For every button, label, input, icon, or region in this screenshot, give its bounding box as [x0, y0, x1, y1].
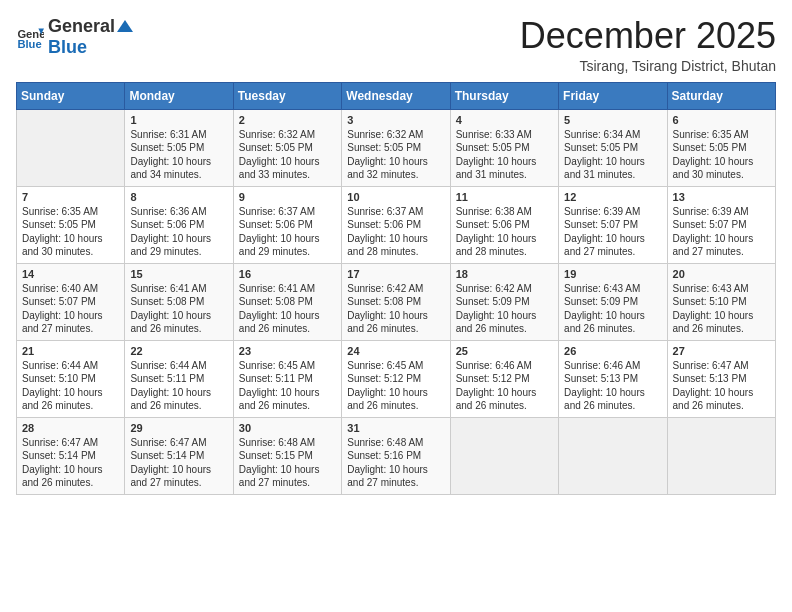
day-number: 11 [456, 191, 553, 203]
day-number: 7 [22, 191, 119, 203]
day-number: 17 [347, 268, 444, 280]
calendar-cell: 29 Sunrise: 6:47 AM Sunset: 5:14 PM Dayl… [125, 417, 233, 494]
calendar-week-row: 7 Sunrise: 6:35 AM Sunset: 5:05 PM Dayli… [17, 186, 776, 263]
calendar-cell: 2 Sunrise: 6:32 AM Sunset: 5:05 PM Dayli… [233, 109, 341, 186]
cell-content: Sunrise: 6:35 AM Sunset: 5:05 PM Dayligh… [22, 205, 119, 259]
calendar-cell: 16 Sunrise: 6:41 AM Sunset: 5:08 PM Dayl… [233, 263, 341, 340]
day-number: 5 [564, 114, 661, 126]
cell-content: Sunrise: 6:38 AM Sunset: 5:06 PM Dayligh… [456, 205, 553, 259]
calendar-cell: 17 Sunrise: 6:42 AM Sunset: 5:08 PM Dayl… [342, 263, 450, 340]
day-number: 12 [564, 191, 661, 203]
cell-content: Sunrise: 6:31 AM Sunset: 5:05 PM Dayligh… [130, 128, 227, 182]
day-number: 28 [22, 422, 119, 434]
cell-content: Sunrise: 6:41 AM Sunset: 5:08 PM Dayligh… [130, 282, 227, 336]
calendar-week-row: 1 Sunrise: 6:31 AM Sunset: 5:05 PM Dayli… [17, 109, 776, 186]
calendar-cell: 31 Sunrise: 6:48 AM Sunset: 5:16 PM Dayl… [342, 417, 450, 494]
calendar-cell: 19 Sunrise: 6:43 AM Sunset: 5:09 PM Dayl… [559, 263, 667, 340]
cell-content: Sunrise: 6:32 AM Sunset: 5:05 PM Dayligh… [347, 128, 444, 182]
cell-content: Sunrise: 6:47 AM Sunset: 5:14 PM Dayligh… [22, 436, 119, 490]
cell-content: Sunrise: 6:45 AM Sunset: 5:11 PM Dayligh… [239, 359, 336, 413]
day-number: 16 [239, 268, 336, 280]
calendar-day-header: Thursday [450, 82, 558, 109]
calendar-cell: 30 Sunrise: 6:48 AM Sunset: 5:15 PM Dayl… [233, 417, 341, 494]
day-number: 8 [130, 191, 227, 203]
day-number: 24 [347, 345, 444, 357]
cell-content: Sunrise: 6:46 AM Sunset: 5:13 PM Dayligh… [564, 359, 661, 413]
calendar-week-row: 14 Sunrise: 6:40 AM Sunset: 5:07 PM Dayl… [17, 263, 776, 340]
calendar-cell: 1 Sunrise: 6:31 AM Sunset: 5:05 PM Dayli… [125, 109, 233, 186]
cell-content: Sunrise: 6:48 AM Sunset: 5:16 PM Dayligh… [347, 436, 444, 490]
day-number: 18 [456, 268, 553, 280]
day-number: 3 [347, 114, 444, 126]
month-title: December 2025 [520, 16, 776, 56]
calendar-cell: 5 Sunrise: 6:34 AM Sunset: 5:05 PM Dayli… [559, 109, 667, 186]
calendar-cell: 10 Sunrise: 6:37 AM Sunset: 5:06 PM Dayl… [342, 186, 450, 263]
cell-content: Sunrise: 6:42 AM Sunset: 5:08 PM Dayligh… [347, 282, 444, 336]
calendar-cell: 28 Sunrise: 6:47 AM Sunset: 5:14 PM Dayl… [17, 417, 125, 494]
calendar-day-header: Wednesday [342, 82, 450, 109]
calendar-cell: 22 Sunrise: 6:44 AM Sunset: 5:11 PM Dayl… [125, 340, 233, 417]
cell-content: Sunrise: 6:46 AM Sunset: 5:12 PM Dayligh… [456, 359, 553, 413]
calendar-cell: 9 Sunrise: 6:37 AM Sunset: 5:06 PM Dayli… [233, 186, 341, 263]
cell-content: Sunrise: 6:44 AM Sunset: 5:10 PM Dayligh… [22, 359, 119, 413]
cell-content: Sunrise: 6:43 AM Sunset: 5:10 PM Dayligh… [673, 282, 770, 336]
day-number: 21 [22, 345, 119, 357]
day-number: 23 [239, 345, 336, 357]
day-number: 22 [130, 345, 227, 357]
calendar-cell: 24 Sunrise: 6:45 AM Sunset: 5:12 PM Dayl… [342, 340, 450, 417]
day-number: 15 [130, 268, 227, 280]
page-header: General Blue General Blue December 2025 … [16, 16, 776, 74]
calendar-header-row: SundayMondayTuesdayWednesdayThursdayFrid… [17, 82, 776, 109]
calendar-day-header: Monday [125, 82, 233, 109]
calendar-cell: 21 Sunrise: 6:44 AM Sunset: 5:10 PM Dayl… [17, 340, 125, 417]
calendar-cell: 13 Sunrise: 6:39 AM Sunset: 5:07 PM Dayl… [667, 186, 775, 263]
calendar-cell: 4 Sunrise: 6:33 AM Sunset: 5:05 PM Dayli… [450, 109, 558, 186]
logo: General Blue General Blue [16, 16, 135, 58]
cell-content: Sunrise: 6:37 AM Sunset: 5:06 PM Dayligh… [347, 205, 444, 259]
day-number: 1 [130, 114, 227, 126]
day-number: 27 [673, 345, 770, 357]
cell-content: Sunrise: 6:41 AM Sunset: 5:08 PM Dayligh… [239, 282, 336, 336]
cell-content: Sunrise: 6:40 AM Sunset: 5:07 PM Dayligh… [22, 282, 119, 336]
calendar-cell [559, 417, 667, 494]
calendar-week-row: 21 Sunrise: 6:44 AM Sunset: 5:10 PM Dayl… [17, 340, 776, 417]
day-number: 14 [22, 268, 119, 280]
cell-content: Sunrise: 6:48 AM Sunset: 5:15 PM Dayligh… [239, 436, 336, 490]
calendar-cell [17, 109, 125, 186]
calendar-cell: 15 Sunrise: 6:41 AM Sunset: 5:08 PM Dayl… [125, 263, 233, 340]
calendar-day-header: Tuesday [233, 82, 341, 109]
cell-content: Sunrise: 6:44 AM Sunset: 5:11 PM Dayligh… [130, 359, 227, 413]
cell-content: Sunrise: 6:45 AM Sunset: 5:12 PM Dayligh… [347, 359, 444, 413]
cell-content: Sunrise: 6:39 AM Sunset: 5:07 PM Dayligh… [564, 205, 661, 259]
logo-general: General [48, 16, 115, 37]
day-number: 9 [239, 191, 336, 203]
calendar-cell: 26 Sunrise: 6:46 AM Sunset: 5:13 PM Dayl… [559, 340, 667, 417]
day-number: 30 [239, 422, 336, 434]
day-number: 20 [673, 268, 770, 280]
calendar-cell [667, 417, 775, 494]
day-number: 2 [239, 114, 336, 126]
cell-content: Sunrise: 6:39 AM Sunset: 5:07 PM Dayligh… [673, 205, 770, 259]
day-number: 31 [347, 422, 444, 434]
calendar-cell: 12 Sunrise: 6:39 AM Sunset: 5:07 PM Dayl… [559, 186, 667, 263]
calendar-cell: 18 Sunrise: 6:42 AM Sunset: 5:09 PM Dayl… [450, 263, 558, 340]
calendar-day-header: Sunday [17, 82, 125, 109]
calendar-cell [450, 417, 558, 494]
day-number: 13 [673, 191, 770, 203]
day-number: 25 [456, 345, 553, 357]
title-section: December 2025 Tsirang, Tsirang District,… [520, 16, 776, 74]
cell-content: Sunrise: 6:33 AM Sunset: 5:05 PM Dayligh… [456, 128, 553, 182]
cell-content: Sunrise: 6:35 AM Sunset: 5:05 PM Dayligh… [673, 128, 770, 182]
calendar-table: SundayMondayTuesdayWednesdayThursdayFrid… [16, 82, 776, 495]
calendar-cell: 23 Sunrise: 6:45 AM Sunset: 5:11 PM Dayl… [233, 340, 341, 417]
calendar-cell: 27 Sunrise: 6:47 AM Sunset: 5:13 PM Dayl… [667, 340, 775, 417]
cell-content: Sunrise: 6:36 AM Sunset: 5:06 PM Dayligh… [130, 205, 227, 259]
calendar-cell: 3 Sunrise: 6:32 AM Sunset: 5:05 PM Dayli… [342, 109, 450, 186]
cell-content: Sunrise: 6:47 AM Sunset: 5:14 PM Dayligh… [130, 436, 227, 490]
calendar-cell: 6 Sunrise: 6:35 AM Sunset: 5:05 PM Dayli… [667, 109, 775, 186]
cell-content: Sunrise: 6:37 AM Sunset: 5:06 PM Dayligh… [239, 205, 336, 259]
calendar-week-row: 28 Sunrise: 6:47 AM Sunset: 5:14 PM Dayl… [17, 417, 776, 494]
day-number: 26 [564, 345, 661, 357]
logo-icon: General Blue [16, 23, 44, 51]
calendar-cell: 8 Sunrise: 6:36 AM Sunset: 5:06 PM Dayli… [125, 186, 233, 263]
